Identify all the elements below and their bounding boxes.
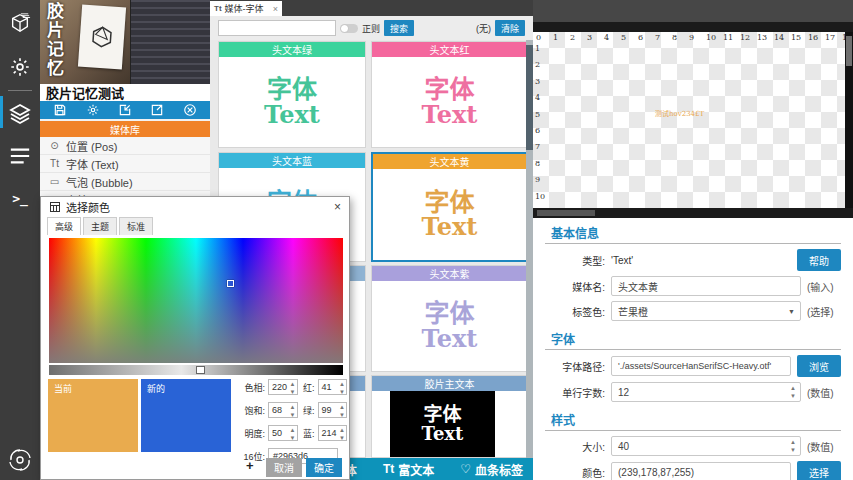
screenshot-thumbnail[interactable] [130, 0, 210, 84]
tab-media-font[interactable]: Tt 媒体-字体 × [210, 1, 282, 16]
search-button[interactable]: 搜索 [384, 20, 414, 36]
ruler-number: 14 [774, 33, 784, 42]
font-path-label: 字体路径: [545, 359, 605, 374]
app-window: >_ 胶片记忆 胶片记忆测试 媒体库 ⊙ [0, 0, 853, 480]
spinner-arrows-icon[interactable]: ▲▼ [790, 384, 796, 400]
sidebar-divider [8, 90, 32, 91]
browse-button[interactable]: 浏览 [797, 355, 841, 377]
preview-inspector-panel: 0123456789101112131415161718 12345678910… [533, 0, 853, 480]
dialog-title: 选择颜色 [66, 199, 110, 215]
media-name-input[interactable]: 头文本黄 [611, 276, 801, 296]
library-header[interactable]: 媒体库 [40, 121, 210, 137]
spinner-arrows-icon[interactable]: ▲▼ [339, 426, 345, 442]
tab-standard[interactable]: 标准 [119, 217, 153, 235]
tab-theme[interactable]: 主题 [83, 217, 117, 235]
export-icon[interactable] [150, 103, 164, 117]
scrollbar[interactable] [526, 40, 533, 458]
close-icon[interactable] [183, 103, 197, 117]
spinner-arrows-icon[interactable]: ▲▼ [790, 438, 796, 454]
cancel-button[interactable]: 取消 [266, 458, 302, 477]
card-header: 头文本绿 [219, 42, 365, 57]
search-input[interactable] [218, 20, 336, 36]
terminal-icon[interactable]: >_ [0, 181, 40, 215]
help-button[interactable]: 帮助 [797, 249, 841, 271]
font-preview: 字体Text [264, 77, 320, 127]
size-spinner[interactable]: 40▲▼ [611, 436, 801, 456]
library-item-bubble[interactable]: ▭ 气泡 (Bubble) [40, 173, 210, 191]
library-item-label: 字体 (Text) [66, 156, 119, 172]
scrollbar-handle[interactable] [526, 45, 533, 150]
project-thumbnails: 胶片记忆 [40, 0, 210, 84]
green-spinner[interactable]: 99▲▼ [318, 402, 348, 418]
media-card-yellow[interactable]: 头文本黄 字体Text [371, 152, 528, 262]
canvas-vscrollbar[interactable] [845, 32, 853, 208]
dialog-tabs: 高级 主题 标准 [41, 217, 349, 235]
layers-icon[interactable] [0, 97, 40, 131]
save-icon[interactable] [53, 103, 67, 117]
text-icon: Tt [214, 4, 222, 13]
import-icon[interactable] [118, 103, 132, 117]
clear-button[interactable]: 清除 [495, 20, 525, 36]
spiral-logo-icon [0, 448, 40, 472]
ok-button[interactable]: 确定 [306, 458, 342, 477]
regex-toggle[interactable] [340, 24, 358, 33]
tag-color-select[interactable]: 芒果橙▼ [611, 301, 801, 321]
type-label: 类型: [545, 253, 605, 268]
font-preview: 字体Text [422, 190, 478, 240]
slider-handle[interactable] [196, 366, 205, 374]
dialog-buttons: + 取消 确定 [41, 457, 351, 479]
ruler-number: 8 [535, 159, 540, 168]
eyedropper-cross-icon[interactable]: + [246, 458, 254, 473]
media-card-main-text[interactable]: 胶片主文本 字体Text [371, 375, 528, 458]
spinner-arrows-icon[interactable]: ▲▼ [290, 403, 296, 419]
color-pick-button[interactable]: 选择 [797, 461, 841, 480]
scrollbar-handle[interactable] [537, 210, 595, 216]
settings-icon[interactable] [86, 103, 100, 117]
spinner-arrows-icon[interactable]: ▲▼ [339, 403, 345, 419]
media-card-green[interactable]: 头文本绿 字体Text [218, 41, 366, 148]
color-label: 颜色: [545, 465, 605, 480]
library-item-text[interactable]: Tt 字体 (Text) [40, 155, 210, 173]
chars-per-line-spinner[interactable]: 12▲▼ [611, 382, 801, 402]
saturation-spinner[interactable]: 68▲▼ [268, 402, 298, 418]
hue-saturation-field[interactable] [49, 238, 343, 363]
poster-thumbnail[interactable]: 胶片记忆 [40, 0, 130, 84]
color-cursor[interactable] [227, 280, 234, 287]
ruler-number: 17 [825, 33, 835, 42]
spinner-arrows-icon[interactable]: ▲▼ [290, 426, 296, 442]
tab-advanced[interactable]: 高级 [47, 217, 81, 235]
ruler-number: 0 [536, 33, 541, 42]
dialog-titlebar[interactable]: 选择颜色 × [41, 197, 349, 217]
red-spinner[interactable]: 41▲▼ [318, 379, 348, 395]
color-picker-dialog: 选择颜色 × 高级 主题 标准 当前 新的 色相: 220▲▼ 红: 41▲▼ … [40, 196, 350, 480]
tab-healthbar-label[interactable]: ♡ 血条标签 [460, 461, 523, 478]
settings-gear-icon[interactable] [0, 50, 40, 84]
ruler-number: 11 [723, 33, 733, 42]
hue-spinner[interactable]: 220▲▼ [268, 379, 298, 395]
lightness-slider[interactable] [49, 365, 343, 375]
font-path-input[interactable]: './assets/SourceHanSerifSC-Heavy.otf' [611, 356, 791, 376]
media-card-purple[interactable]: 头文本紫 字体Text [371, 265, 528, 372]
blue-spinner[interactable]: 214▲▼ [318, 425, 348, 441]
ruler-number: 9 [689, 33, 694, 42]
scrollbar-handle[interactable] [846, 36, 852, 66]
font-preview: 字体Text [422, 77, 478, 127]
color-value-input[interactable]: (239,178,87,255) [611, 462, 791, 480]
library-item-position[interactable]: ⊙ 位置 (Pos) [40, 137, 210, 155]
tab-richtext[interactable]: Tt 富文本 [383, 461, 434, 478]
canvas-hscrollbar[interactable] [533, 208, 853, 218]
bubble-icon: ▭ [48, 176, 61, 187]
media-card-red[interactable]: 头文本红 字体Text [371, 41, 528, 148]
ruler-number: 13 [757, 33, 767, 42]
tab-close-icon[interactable]: × [273, 4, 278, 14]
size-label: 大小: [545, 439, 605, 454]
spinner-arrows-icon[interactable]: ▲▼ [290, 380, 296, 396]
section-font: 字体 [545, 326, 841, 350]
app-logo-icon[interactable] [0, 6, 40, 40]
close-icon[interactable]: × [334, 200, 341, 214]
spinner-arrows-icon[interactable]: ▲▼ [339, 380, 345, 396]
list-icon[interactable] [0, 139, 40, 173]
lightness-spinner[interactable]: 50▲▼ [268, 425, 298, 441]
preview-canvas[interactable]: 0123456789101112131415161718 12345678910… [533, 32, 853, 208]
library-item-label: 气泡 (Bubble) [66, 174, 133, 190]
